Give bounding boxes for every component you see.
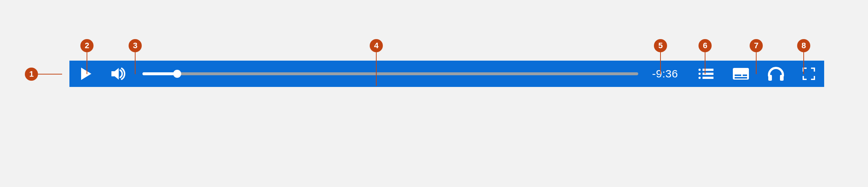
svg-marker-0 bbox=[81, 68, 91, 80]
callout-number: 8 bbox=[797, 39, 810, 52]
svg-rect-5 bbox=[703, 73, 713, 75]
svg-rect-11 bbox=[735, 77, 747, 79]
volume-button[interactable] bbox=[102, 61, 135, 87]
callout-number: 6 bbox=[698, 39, 712, 52]
volume-icon bbox=[111, 67, 126, 80]
svg-rect-7 bbox=[703, 77, 713, 79]
player-stage: -9:36 bbox=[44, 61, 824, 87]
player-bar: -9:36 bbox=[69, 61, 824, 87]
svg-point-2 bbox=[698, 69, 701, 71]
svg-point-4 bbox=[698, 73, 701, 75]
svg-point-6 bbox=[698, 77, 701, 79]
svg-marker-1 bbox=[111, 68, 119, 80]
svg-rect-12 bbox=[768, 75, 772, 81]
seek-fill bbox=[142, 72, 177, 75]
callout-number: 1 bbox=[25, 68, 38, 81]
callout-number: 7 bbox=[750, 39, 763, 52]
play-button[interactable] bbox=[69, 61, 102, 87]
captions-button[interactable] bbox=[723, 61, 758, 87]
callout-number: 4 bbox=[370, 39, 383, 52]
callout-number: 5 bbox=[654, 39, 667, 52]
seek-thumb[interactable] bbox=[173, 70, 181, 78]
svg-rect-9 bbox=[735, 75, 741, 76]
callout-number: 3 bbox=[129, 39, 142, 52]
list-icon bbox=[698, 68, 713, 79]
seek-slider[interactable] bbox=[142, 72, 638, 75]
time-remaining: -9:36 bbox=[649, 68, 688, 80]
fullscreen-icon bbox=[803, 68, 815, 80]
fullscreen-button[interactable] bbox=[793, 61, 824, 87]
chapters-button[interactable] bbox=[688, 61, 723, 87]
svg-rect-3 bbox=[703, 69, 713, 71]
callouts-layer: 1 2 3 4 5 6 7 8 bbox=[0, 0, 868, 187]
captions-icon bbox=[733, 68, 749, 80]
svg-rect-13 bbox=[780, 75, 784, 81]
headphones-icon bbox=[768, 67, 784, 81]
callout-number: 2 bbox=[80, 39, 94, 52]
svg-rect-10 bbox=[743, 75, 747, 76]
seek-region bbox=[135, 61, 649, 87]
play-icon bbox=[80, 68, 91, 80]
audio-description-button[interactable] bbox=[758, 61, 793, 87]
